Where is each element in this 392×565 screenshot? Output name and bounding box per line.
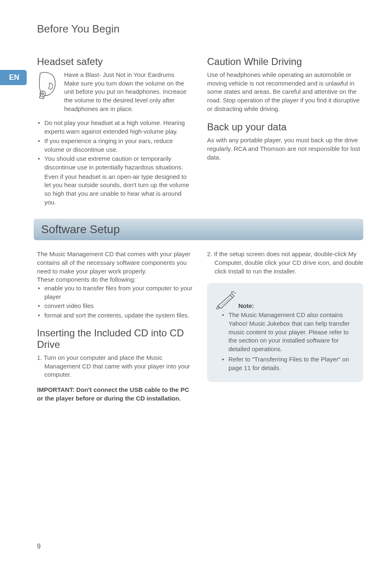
page-number: 9 — [37, 543, 41, 550]
list-item: You should use extreme caution or tempor… — [37, 155, 193, 171]
head-ear-icon — [37, 71, 60, 100]
blast-title: Have a Blast- Just Not in Your Eardrums — [64, 71, 193, 79]
backup-body: As with any portable player, you must ba… — [207, 136, 363, 162]
headset-safety-heading: Headset safety — [37, 56, 193, 67]
software-setup-heading: Software Setup — [41, 223, 356, 236]
headset-continuation: Even if your headset is an open-air type… — [37, 173, 193, 207]
step-2: 2. If the setup screen does not appear, … — [207, 250, 363, 276]
headset-bullet-list: Do not play your headset at a high volum… — [37, 119, 193, 171]
caution-backup-section: Caution While Driving Use of headphones … — [207, 56, 363, 206]
language-tab: EN — [0, 70, 27, 85]
step-1: 1. Turn on your computer and place the M… — [37, 354, 193, 379]
note-box: Note: The Music Management CD also conta… — [207, 283, 363, 382]
list-item: Refer to "Transferring Files to the Play… — [222, 355, 355, 372]
software-right-col: 2. If the setup screen does not appear, … — [207, 250, 363, 403]
headset-safety-section: Headset safety Have a Blast- Just Not in… — [37, 56, 193, 206]
note-list: The Music Management CD also contains Ya… — [215, 311, 355, 372]
components-list: enable you to transfer files from your c… — [37, 284, 193, 320]
list-item: enable you to transfer files from your c… — [37, 284, 193, 301]
headset-intro-text: Have a Blast- Just Not in Your Eardrums … — [64, 71, 193, 113]
list-item: The Music Management CD also contains Ya… — [222, 311, 355, 353]
page-title: Before You Begin — [37, 23, 363, 35]
software-intro: The Music Management CD that comes with … — [37, 250, 193, 276]
section-bar: Software Setup — [34, 219, 363, 240]
components-lead: These components do the following: — [37, 276, 193, 284]
pen-note-icon — [215, 290, 236, 309]
list-item: convert video files — [37, 302, 193, 310]
caution-heading: Caution While Driving — [207, 56, 363, 67]
note-title: Note: — [238, 302, 254, 309]
blast-body: Make sure you turn down the volume on th… — [64, 79, 193, 113]
top-columns: Headset safety Have a Blast- Just Not in… — [37, 56, 363, 206]
backup-heading: Back up your data — [207, 121, 363, 133]
list-item: If you experience a ringing in your ears… — [37, 137, 193, 154]
bottom-columns: The Music Management CD that comes with … — [37, 250, 363, 403]
headset-intro-row: Have a Blast- Just Not in Your Eardrums … — [37, 71, 193, 113]
software-left-col: The Music Management CD that comes with … — [37, 250, 193, 403]
caution-body: Use of headphones while operating an aut… — [207, 71, 363, 113]
inserting-cd-heading: Inserting the Included CD into CD Drive — [37, 327, 193, 350]
page-content: Before You Begin Headset safety Have a B… — [0, 0, 392, 431]
list-item: Do not play your headset at a high volum… — [37, 119, 193, 136]
important-note: IMPORTANT: Don't connect the USB cable t… — [37, 386, 193, 403]
note-header-row: Note: — [215, 290, 355, 309]
list-item: format and sort the contents, update the… — [37, 311, 193, 320]
